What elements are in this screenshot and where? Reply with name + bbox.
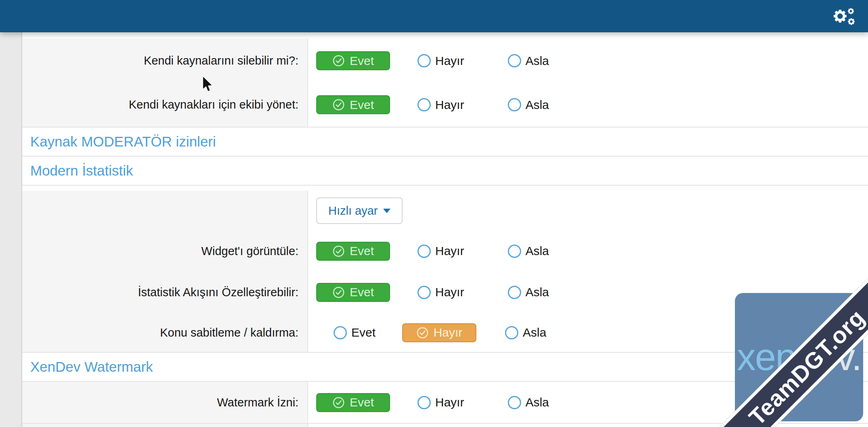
gears-icon[interactable] <box>830 6 857 26</box>
option-asla-radio[interactable]: Asla <box>508 98 549 112</box>
check-circle-icon <box>416 327 429 339</box>
row-label: Widget'ı görüntüle: <box>22 231 308 271</box>
check-circle-icon <box>332 245 345 257</box>
radio-icon <box>417 396 431 409</box>
option-label: Evet <box>350 54 374 68</box>
option-hayir-radio[interactable]: Hayır <box>417 244 464 258</box>
row-label: Kendi kaynalarını silebilir mi?: <box>22 39 308 83</box>
radio-icon <box>508 54 521 67</box>
permission-block: Kendi kaynalarını silebilir mi?: Evet Ha… <box>22 32 868 128</box>
radio-icon <box>508 245 521 258</box>
option-label: Asla <box>523 326 546 339</box>
quick-set-label: Hızlı ayar <box>328 204 378 218</box>
permission-row: Widget'ı görüntüle: Evet Hayır Asla <box>22 231 868 271</box>
option-hayir-radio[interactable]: Hayır <box>417 396 464 409</box>
option-label: Evet <box>350 396 374 409</box>
row-label-empty <box>22 424 308 427</box>
check-circle-icon <box>332 396 345 409</box>
radio-icon <box>417 286 431 299</box>
row-label: Kendi kaynakları için ekibi yönet: <box>22 83 308 127</box>
watermark-overlay: xendev. TeamDGT.org <box>735 293 863 421</box>
option-asla-radio[interactable]: Asla <box>505 326 546 339</box>
option-label: Evet <box>350 98 374 112</box>
option-label: Asla <box>526 54 549 68</box>
row-options <box>308 424 868 427</box>
section-header-statistics[interactable]: Modern İstatistik <box>22 157 868 186</box>
option-asla-radio[interactable]: Asla <box>508 396 549 409</box>
option-hayir-radio[interactable]: Hayır <box>417 285 464 299</box>
option-label: Asla <box>526 244 549 258</box>
option-label: Hayır <box>435 285 464 299</box>
option-label: Asla <box>526 98 549 112</box>
row-label: İstatistik Akışını Özelleştirebilir: <box>22 271 308 313</box>
option-label: Evet <box>350 244 374 258</box>
option-label: Hayır <box>434 326 463 339</box>
check-circle-icon <box>332 54 345 67</box>
option-evet-button[interactable]: Evet <box>316 95 390 114</box>
admin-top-bar <box>0 0 868 32</box>
quick-set-row: Hızlı ayar <box>22 190 868 231</box>
check-circle-icon <box>332 98 345 111</box>
section-header-moderator[interactable]: Kaynak MODERATÖR izinleri <box>22 128 868 157</box>
option-asla-radio[interactable]: Asla <box>508 244 549 258</box>
option-evet-button[interactable]: Evet <box>316 283 390 302</box>
quick-set-dropdown[interactable]: Hızlı ayar <box>316 197 403 224</box>
option-evet-button[interactable]: Evet <box>316 51 390 70</box>
option-evet-button[interactable]: Evet <box>316 242 390 261</box>
radio-icon <box>505 326 518 339</box>
row-options: Evet Hayır Asla <box>308 231 868 271</box>
option-evet-button[interactable]: Evet <box>316 393 390 412</box>
option-hayir-button[interactable]: Hayır <box>402 323 476 342</box>
row-options: Evet Hayır Asla <box>308 83 868 127</box>
permission-row: Kendi kaynalarını silebilir mi?: Evet Ha… <box>22 39 868 83</box>
chevron-down-icon <box>383 209 390 213</box>
option-label: Asla <box>526 396 549 409</box>
radio-icon <box>508 98 521 111</box>
check-circle-icon <box>332 286 345 299</box>
row-options: Evet Hayır Asla <box>308 39 868 83</box>
option-label: Asla <box>526 285 549 299</box>
radio-icon <box>508 286 521 299</box>
row-label: Watermark İzni: <box>22 382 308 423</box>
option-asla-radio[interactable]: Asla <box>508 54 549 68</box>
row-options: Hızlı ayar <box>308 190 868 231</box>
option-evet-radio[interactable]: Evet <box>334 326 376 339</box>
radio-icon <box>417 54 431 67</box>
radio-icon <box>417 98 431 111</box>
row-label-empty <box>22 190 308 231</box>
option-hayir-radio[interactable]: Hayır <box>417 98 464 112</box>
row-label: Konu sabitleme / kaldırma: <box>22 313 308 352</box>
option-hayir-radio[interactable]: Hayır <box>417 54 464 68</box>
radio-icon <box>334 326 347 339</box>
option-label: Hayır <box>435 396 464 409</box>
option-label: Hayır <box>435 98 464 112</box>
option-asla-radio[interactable]: Asla <box>508 285 549 299</box>
mouse-cursor <box>202 75 214 93</box>
radio-icon <box>417 245 431 258</box>
permission-row: Kendi kaynakları için ekibi yönet: Evet … <box>22 83 868 127</box>
option-label: Evet <box>351 326 376 339</box>
radio-icon <box>508 396 521 409</box>
option-label: Hayır <box>435 244 464 258</box>
option-label: Hayır <box>435 54 464 68</box>
option-label: Evet <box>350 285 374 299</box>
